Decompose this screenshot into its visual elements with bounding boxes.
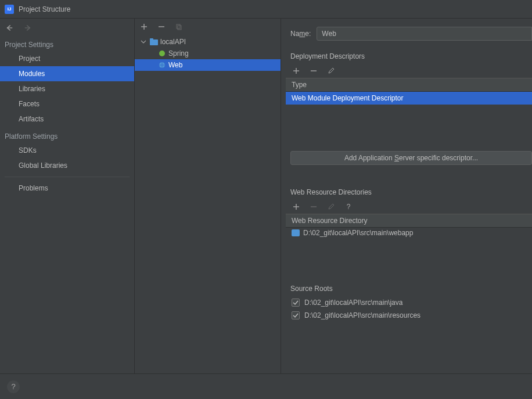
titlebar: Project Structure xyxy=(0,0,532,19)
sidebar-item-problems[interactable]: Problems xyxy=(0,181,134,196)
sidebar: Project Settings Project Modules Librari… xyxy=(0,19,135,373)
nav-back-button[interactable] xyxy=(5,23,14,33)
wrd-help-button[interactable]: ? xyxy=(344,202,353,211)
source-root-checkbox[interactable] xyxy=(292,299,300,307)
source-root-row[interactable]: D:\02_git\localAPI\src\main\java xyxy=(281,296,532,309)
spring-icon xyxy=(158,49,166,57)
app-logo-icon xyxy=(5,5,14,14)
module-tree: localAPI Spring Web xyxy=(135,33,281,71)
svg-point-4 xyxy=(159,51,165,56)
tree-node-spring[interactable]: Spring xyxy=(135,48,281,59)
tree-node-label: Spring xyxy=(168,49,189,57)
dd-table-header-type: Type xyxy=(286,78,532,92)
name-row: Name: xyxy=(281,19,532,46)
wrd-path: D:\02_git\localAPI\src\main\webapp xyxy=(303,229,413,237)
tree-node-label: Web xyxy=(168,61,182,69)
sidebar-item-project[interactable]: Project xyxy=(0,51,134,66)
sidebar-item-artifacts[interactable]: Artifacts xyxy=(0,112,134,127)
dd-remove-button[interactable] xyxy=(309,66,318,76)
wrd-table-header: Web Resource Directory xyxy=(286,214,532,228)
svg-rect-3 xyxy=(150,38,153,41)
tree-node-label: localAPI xyxy=(160,38,186,46)
folder-icon xyxy=(292,229,300,236)
tree-copy-button[interactable] xyxy=(174,22,184,31)
dd-table-row[interactable]: Web Module Deployment Descriptor xyxy=(286,92,532,105)
tree-node-web[interactable]: Web xyxy=(135,59,281,71)
svg-rect-0 xyxy=(177,24,180,28)
svg-rect-1 xyxy=(178,26,181,30)
footer: ? xyxy=(0,373,532,399)
sidebar-section-platform-settings: Platform Settings xyxy=(0,127,134,143)
chevron-down-icon xyxy=(139,38,148,46)
sidebar-section-project-settings: Project Settings xyxy=(0,35,134,51)
dd-table-body xyxy=(286,105,532,145)
tree-remove-button[interactable] xyxy=(157,22,166,31)
wrd-remove-button[interactable] xyxy=(309,202,318,211)
source-root-checkbox[interactable] xyxy=(292,311,300,319)
window-title: Project Structure xyxy=(19,5,70,13)
wrd-table-body xyxy=(281,238,532,279)
tree-toolbar xyxy=(135,19,281,33)
tree-add-button[interactable] xyxy=(139,22,149,31)
sidebar-item-modules[interactable]: Modules xyxy=(0,66,134,81)
tree-column: localAPI Spring Web xyxy=(135,19,281,373)
tree-node-localapi[interactable]: localAPI xyxy=(135,36,281,48)
dd-toolbar xyxy=(281,64,532,78)
dd-add-button[interactable] xyxy=(292,66,301,76)
wrd-table-row[interactable]: D:\02_git\localAPI\src\main\webapp xyxy=(286,228,532,238)
wrd-edit-button[interactable] xyxy=(326,202,336,211)
wrd-toolbar: ? xyxy=(281,200,532,214)
facet-name-input[interactable] xyxy=(317,27,532,41)
name-label: Name: xyxy=(290,30,311,38)
sidebar-divider xyxy=(5,177,130,177)
sidebar-item-facets[interactable]: Facets xyxy=(0,96,134,112)
right-pane: Name: Deployment Descriptors Type Web Mo… xyxy=(281,19,532,373)
source-root-path: D:\02_git\localAPI\src\main\java xyxy=(304,299,402,307)
body-row: Project Settings Project Modules Librari… xyxy=(0,19,532,373)
section-deployment-descriptors: Deployment Descriptors xyxy=(281,46,532,64)
help-button[interactable]: ? xyxy=(7,380,20,393)
source-root-path: D:\02_git\localAPI\src\main\resources xyxy=(304,311,420,319)
nav-forward-button[interactable] xyxy=(23,23,33,33)
web-facet-icon xyxy=(158,61,166,69)
section-web-resource-directories: Web Resource Directories xyxy=(281,182,532,200)
dd-edit-button[interactable] xyxy=(326,66,336,76)
source-root-row[interactable]: D:\02_git\localAPI\src\main\resources xyxy=(281,309,532,322)
nav-arrows xyxy=(0,21,134,35)
sidebar-item-global-libraries[interactable]: Global Libraries xyxy=(0,158,134,173)
sidebar-item-libraries[interactable]: Libraries xyxy=(0,81,134,96)
add-server-descriptor-button[interactable]: Add Application Server specific descript… xyxy=(290,151,532,165)
folder-module-icon xyxy=(150,38,158,46)
wrd-add-button[interactable] xyxy=(292,202,301,211)
sidebar-item-sdks[interactable]: SDKs xyxy=(0,143,134,158)
section-source-roots: Source Roots xyxy=(281,279,532,296)
